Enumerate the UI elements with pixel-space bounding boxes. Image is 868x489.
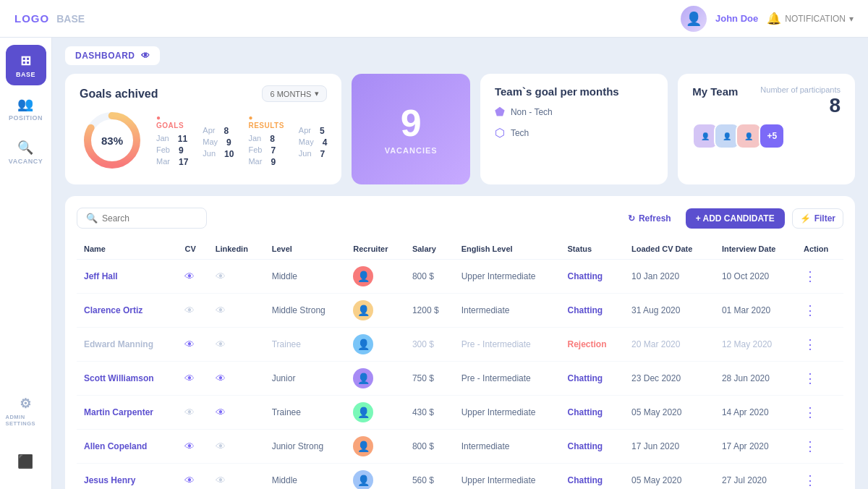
sidebar-item-vacancy[interactable]: 🔍 VACANCY: [6, 132, 46, 172]
filter-button[interactable]: ⚡ Filter: [792, 208, 843, 229]
cell-interview: 28 Jun 2020: [715, 362, 796, 396]
cell-status: Chatting: [561, 362, 625, 396]
cell-interview: 10 Oct 2020: [715, 260, 796, 294]
cell-status: Chatting: [561, 464, 625, 490]
results-col-header: ● RESULTS: [248, 114, 284, 129]
sidebar-item-exit[interactable]: ⬛: [6, 441, 46, 482]
table-head: Name CV Linkedin Level Recruiter Salary …: [77, 239, 843, 260]
cell-name: Allen Copeland: [77, 430, 177, 464]
user-name[interactable]: John Doe: [715, 13, 758, 24]
cv-icon[interactable]: 👁: [184, 407, 195, 418]
cell-salary: 800 $: [405, 430, 454, 464]
navbar-right: 👤 John Doe 🔔 NOTIFICATION ▾: [681, 6, 854, 32]
search-input[interactable]: [102, 213, 197, 224]
content-area: DASHBOARD 👁 Goals achived 6 MONTHS ▾: [52, 38, 868, 489]
cv-icon[interactable]: 👁: [184, 441, 195, 452]
participants-info: Number of participants 8: [760, 85, 841, 117]
action-menu-icon[interactable]: ⋮: [804, 473, 817, 488]
col-level: Level: [265, 239, 346, 260]
logo: LOGO: [14, 12, 49, 25]
col-loaded-cv: Loaded CV Date: [624, 239, 715, 260]
linkedin-icon[interactable]: 👁: [216, 475, 226, 486]
search-box[interactable]: 🔍: [77, 208, 207, 229]
cell-status: Chatting: [561, 260, 625, 294]
refresh-button[interactable]: ↻ Refresh: [621, 209, 678, 228]
action-menu-icon[interactable]: ⋮: [804, 405, 817, 420]
cell-interview: 17 Apr 2020: [715, 430, 796, 464]
cell-linkedin: 👁: [208, 328, 265, 362]
table-body: Jeff Hall 👁 👁 Middle 👤 800 $ Upper Inter…: [77, 260, 843, 490]
cell-action: ⋮: [796, 260, 843, 294]
cell-loaded-cv: 05 May 2020: [624, 396, 715, 430]
eye-icon: 👁: [141, 51, 150, 61]
add-candidate-button[interactable]: + ADD CANDIDATE: [686, 208, 785, 229]
notification-area[interactable]: 🔔 NOTIFICATION ▾: [767, 12, 854, 25]
period-label: 6 MONTHS: [270, 90, 311, 98]
linkedin-icon[interactable]: 👁: [216, 441, 226, 452]
exit-icon: ⬛: [17, 454, 34, 469]
candidates-table: Name CV Linkedin Level Recruiter Salary …: [77, 239, 843, 489]
bell-icon: 🔔: [767, 12, 781, 25]
cv-icon[interactable]: 👁: [184, 339, 195, 350]
notification-label: NOTIFICATION: [785, 14, 846, 24]
period-dropdown[interactable]: 6 MONTHS ▾: [262, 85, 327, 102]
donut-chart: 83%: [80, 108, 145, 173]
action-menu-icon[interactable]: ⋮: [804, 337, 817, 352]
linkedin-icon[interactable]: 👁: [216, 305, 226, 316]
cv-icon[interactable]: 👁: [184, 373, 195, 384]
cell-linkedin: 👁: [208, 464, 265, 490]
action-menu-icon[interactable]: ⋮: [804, 371, 817, 386]
team-avatars: 👤 👤 👤 +5: [692, 123, 841, 149]
recruiter-avatar: 👤: [353, 266, 373, 286]
linkedin-icon[interactable]: 👁: [216, 373, 226, 384]
cell-level: Trainee: [265, 328, 346, 362]
main-layout: ⊞ BASE 👥 POSITION 🔍 VACANCY ⚙ ADMIN SETT…: [0, 38, 868, 489]
chevron-icon: ▾: [315, 89, 319, 98]
team-avatar-3: 👤: [736, 123, 762, 149]
cv-icon[interactable]: 👁: [184, 305, 195, 316]
cv-icon[interactable]: 👁: [184, 475, 195, 486]
cell-linkedin: 👁: [208, 430, 265, 464]
cell-recruiter: 👤: [346, 328, 405, 362]
cell-level: Junior Strong: [265, 430, 346, 464]
cell-level: Trainee: [265, 396, 346, 430]
cell-cv: 👁: [177, 362, 208, 396]
cell-action: ⋮: [796, 430, 843, 464]
cell-action: ⋮: [796, 328, 843, 362]
goals-card-header: Goals achived 6 MONTHS ▾: [80, 85, 327, 102]
col-salary: Salary: [405, 239, 454, 260]
linkedin-icon[interactable]: 👁: [216, 407, 226, 418]
action-menu-icon[interactable]: ⋮: [804, 269, 817, 284]
action-menu-icon[interactable]: ⋮: [804, 303, 817, 318]
col-linkedin: Linkedin: [208, 239, 265, 260]
sidebar-item-label: VACANCY: [9, 158, 43, 165]
goals-body: 83% ● GOALS Jan11 Feb9 Mar17 x Apr8 May9: [80, 108, 327, 173]
cell-name: Clarence Ortiz: [77, 294, 177, 328]
sidebar-item-position[interactable]: 👥 POSITION: [6, 88, 46, 129]
vacancies-card: 9 VACANCIES: [352, 74, 470, 184]
participants-count: 8: [760, 94, 841, 117]
linkedin-icon[interactable]: 👁: [216, 271, 226, 282]
cell-cv: 👁: [177, 260, 208, 294]
sidebar-item-base[interactable]: ⊞ BASE: [6, 45, 46, 85]
col-interview: Interview Date: [715, 239, 796, 260]
linkedin-icon[interactable]: 👁: [216, 339, 226, 350]
vacancies-number: 9: [401, 104, 422, 142]
position-icon: 👥: [17, 96, 34, 112]
refresh-label: Refresh: [639, 213, 671, 224]
cell-english: Upper Intermediate: [454, 396, 561, 430]
recruiter-avatar: 👤: [353, 470, 373, 489]
cell-interview: 14 Apr 2020: [715, 396, 796, 430]
cell-salary: 300 $: [405, 328, 454, 362]
sidebar-item-admin-settings[interactable]: ⚙ ADMIN SETTINGS: [6, 391, 46, 431]
avatar: 👤: [681, 6, 707, 32]
table-toolbar: 🔍 ↻ Refresh + ADD CANDIDATE ⚡ Filter: [77, 208, 843, 229]
cell-action: ⋮: [796, 464, 843, 490]
dashboard-tab[interactable]: DASHBOARD 👁: [65, 46, 160, 65]
col-action: Action: [796, 239, 843, 260]
action-menu-icon[interactable]: ⋮: [804, 439, 817, 454]
cell-loaded-cv: 20 Mar 2020: [624, 328, 715, 362]
cv-icon[interactable]: 👁: [184, 271, 195, 282]
col-english: English Level: [454, 239, 561, 260]
donut-percent: 83%: [101, 135, 123, 147]
